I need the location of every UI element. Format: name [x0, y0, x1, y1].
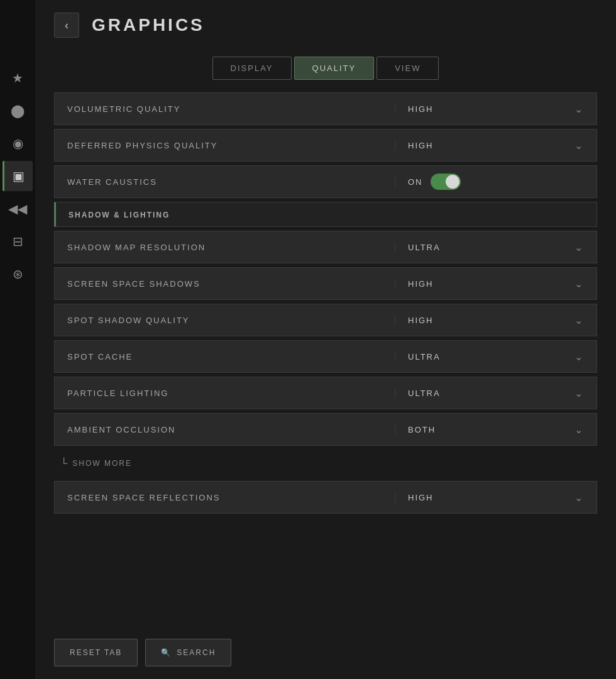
show-more-row[interactable]: └ SHOW MORE [54, 450, 597, 477]
chevron-icon: ⌄ [575, 140, 584, 152]
sidebar-item-network[interactable]: ⊛ [3, 259, 33, 289]
section-header-shadow-lighting: SHADOW & LIGHTING [54, 202, 597, 227]
tab-quality[interactable]: QUALITY [294, 57, 375, 80]
setting-spot-cache[interactable]: SPOT CACHE ULTRA ⌄ [54, 340, 597, 373]
show-more-icon: └ [60, 458, 67, 469]
display-icon: ▣ [13, 168, 25, 184]
hud-icon: ⊟ [13, 234, 23, 249]
setting-value-ambient-occlusion: BOTH ⌄ [395, 424, 597, 436]
audio-icon: ◀◀ [8, 201, 27, 216]
chevron-icon: ⌄ [575, 103, 584, 115]
tabs-container: DISPLAY QUALITY VIEW [35, 50, 616, 92]
sidebar-item-audio[interactable]: ◀◀ [3, 194, 33, 224]
setting-deferred-physics-quality[interactable]: DEFERRED PHYSICS QUALITY HIGH ⌄ [54, 129, 597, 162]
setting-label-particle-lighting: PARTICLE LIGHTING [55, 389, 395, 398]
chevron-icon: ⌄ [575, 278, 584, 290]
sidebar-item-mouse[interactable]: ⬤ [3, 96, 33, 126]
setting-value-water-caustics: ON [395, 174, 597, 190]
setting-ambient-occlusion[interactable]: AMBIENT OCCLUSION BOTH ⌄ [54, 413, 597, 446]
setting-value-shadow-map: ULTRA ⌄ [395, 241, 597, 253]
bottom-bar: RESET TAB 🔍 SEARCH [35, 626, 616, 679]
sidebar-item-favorites[interactable]: ★ [3, 63, 33, 93]
sidebar: ★ ⬤ ◉ ▣ ◀◀ ⊟ ⊛ [0, 0, 35, 679]
toggle-knob [446, 175, 459, 189]
sidebar-item-hud[interactable]: ⊟ [3, 226, 33, 257]
setting-shadow-map-resolution[interactable]: SHADOW MAP RESOLUTION ULTRA ⌄ [54, 231, 597, 263]
show-more-label: SHOW MORE [72, 459, 132, 468]
sidebar-item-controller[interactable]: ◉ [3, 128, 33, 158]
back-icon: ‹ [65, 19, 69, 32]
search-button[interactable]: 🔍 SEARCH [145, 639, 231, 666]
setting-screen-space-reflections[interactable]: SCREEN SPACE REFLECTIONS HIGH ⌄ [54, 481, 597, 514]
page-title: GRAPHICS [92, 15, 205, 35]
setting-value-particle-lighting: ULTRA ⌄ [395, 387, 597, 399]
setting-volumetric-quality[interactable]: VOLUMETRIC QUALITY HIGH ⌄ [54, 92, 597, 125]
star-icon: ★ [12, 70, 23, 86]
mouse-icon: ⬤ [11, 103, 25, 118]
chevron-icon: ⌄ [575, 424, 584, 436]
setting-label-deferred-physics: DEFERRED PHYSICS QUALITY [55, 141, 395, 150]
section-title-shadow-lighting: SHADOW & LIGHTING [69, 211, 170, 219]
back-button[interactable]: ‹ [54, 13, 79, 38]
toggle-container: ON [408, 174, 461, 190]
sidebar-item-display[interactable]: ▣ [3, 161, 33, 191]
setting-value-screen-space-shadows: HIGH ⌄ [395, 278, 597, 290]
setting-label-spot-cache: SPOT CACHE [55, 352, 395, 362]
setting-label-ambient-occlusion: AMBIENT OCCLUSION [55, 425, 395, 434]
setting-value-volumetric-quality: HIGH ⌄ [395, 103, 597, 115]
setting-value-spot-cache: ULTRA ⌄ [395, 351, 597, 363]
chevron-icon: ⌄ [575, 387, 584, 399]
tab-display[interactable]: DISPLAY [212, 57, 292, 80]
setting-label-spot-shadow-quality: SPOT SHADOW QUALITY [55, 316, 395, 325]
setting-label-volumetric-quality: VOLUMETRIC QUALITY [55, 104, 395, 114]
main-content: ‹ GRAPHICS DISPLAY QUALITY VIEW VOLUMETR… [35, 0, 616, 679]
setting-value-spot-shadow-quality: HIGH ⌄ [395, 314, 597, 326]
controller-icon: ◉ [13, 136, 23, 151]
reset-tab-button[interactable]: RESET TAB [54, 639, 138, 666]
chevron-icon: ⌄ [575, 492, 584, 504]
setting-particle-lighting[interactable]: PARTICLE LIGHTING ULTRA ⌄ [54, 377, 597, 409]
search-icon: 🔍 [161, 648, 172, 657]
setting-screen-space-shadows[interactable]: SCREEN SPACE SHADOWS HIGH ⌄ [54, 267, 597, 300]
water-caustics-toggle[interactable] [431, 174, 461, 190]
setting-value-screen-space-reflections: HIGH ⌄ [395, 492, 597, 504]
setting-label-screen-space-shadows: SCREEN SPACE SHADOWS [55, 279, 395, 289]
header: ‹ GRAPHICS [35, 0, 616, 50]
setting-label-shadow-map: SHADOW MAP RESOLUTION [55, 243, 395, 252]
chevron-icon: ⌄ [575, 314, 584, 326]
network-icon: ⊛ [13, 267, 23, 282]
setting-spot-shadow-quality[interactable]: SPOT SHADOW QUALITY HIGH ⌄ [54, 304, 597, 336]
setting-water-caustics[interactable]: WATER CAUSTICS ON [54, 165, 597, 198]
chevron-icon: ⌄ [575, 351, 584, 363]
chevron-icon: ⌄ [575, 241, 584, 253]
setting-label-water-caustics: WATER CAUSTICS [55, 177, 395, 187]
setting-value-deferred-physics: HIGH ⌄ [395, 140, 597, 152]
setting-label-screen-space-reflections: SCREEN SPACE REFLECTIONS [55, 493, 395, 502]
tab-view[interactable]: VIEW [377, 57, 439, 80]
settings-area: VOLUMETRIC QUALITY HIGH ⌄ DEFERRED PHYSI… [35, 92, 616, 626]
